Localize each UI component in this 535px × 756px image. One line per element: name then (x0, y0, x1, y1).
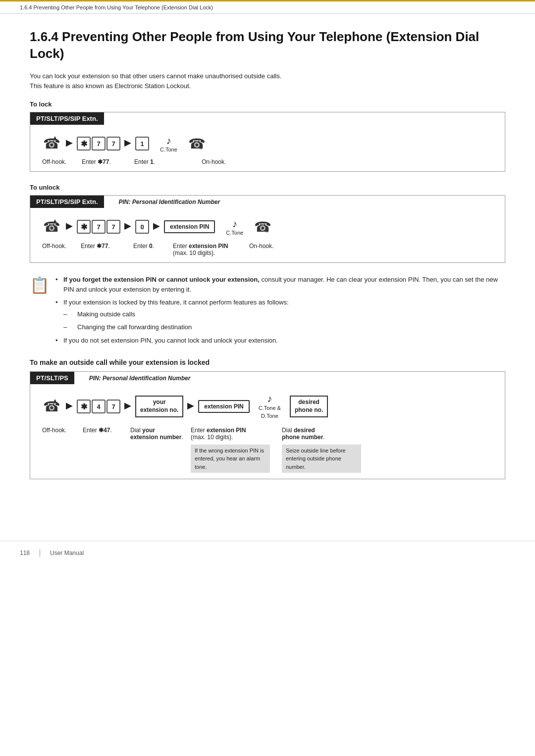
outside-label-yourext: Dial yourextension number. (130, 427, 180, 441)
outside-desired-box: desiredphone no. (290, 396, 328, 417)
unlock-step-labels: Off-hook. Enter ✱77. Enter 0. Enter exte… (42, 241, 493, 256)
top-bar: 1.6.4 Preventing Other People from Using… (0, 0, 535, 14)
bullet-list: If you forget the extension PIN or canno… (55, 275, 505, 349)
unlock-key-star: ✱ (77, 220, 91, 234)
outside-note1: If the wrong extension PIN is entered, y… (191, 445, 270, 473)
svg-text:▲: ▲ (52, 217, 58, 224)
unlock-pin-note: PIN: Personal Identification Number (104, 199, 220, 205)
to-unlock-label: To unlock (30, 184, 505, 191)
svg-text:▼: ▼ (198, 144, 204, 151)
unlock-offhook-icon: ☎ ▲ (42, 217, 62, 237)
key-7a: 7 (92, 137, 106, 151)
outside-call-title: To make an outside call while your exten… (30, 358, 505, 366)
lock-onhook-cell: ☎ ▼ (188, 134, 208, 153)
lock-key77-cell: ✱ 7 7 (77, 137, 120, 151)
lock-step-labels: Off-hook. Enter ✱77. Enter 1. On-hook. (42, 156, 493, 165)
lock-ctone-label: C.Tone (160, 147, 177, 152)
outside-note2: Seize outside line before entering outsi… (282, 445, 361, 473)
key-star: ✱ (77, 137, 91, 151)
unlock-extpin-cell: extension PIN (164, 220, 215, 233)
outside-arrow1: ▶ (66, 400, 73, 413)
outside-ctone-label: C.Tone &D.Tone (259, 404, 281, 420)
outside-extpin-cell: extension PIN (198, 400, 249, 413)
outside-desired-col: Dial desiredphone number. Seize outside … (282, 425, 361, 473)
unlock-arrow2: ▶ (124, 220, 131, 233)
unlock-label-enter0: Enter 0. (133, 243, 161, 250)
unlock-key77-cell: ✱ 7 7 (77, 220, 120, 234)
bullet-section: 📋 If you forget the extension PIN or can… (30, 275, 505, 349)
unlock-header: PT/SLT/PS/SIP Extn. (30, 196, 104, 208)
outside-arrow3: ▶ (187, 400, 194, 413)
outside-key-4: 4 (92, 400, 106, 413)
unlock-label-onhook: On-hook. (249, 243, 279, 250)
outside-label-desired: Dial desiredphone number. (282, 427, 336, 441)
unlock-ctone-label: C.Tone (226, 230, 243, 236)
outside-label-offhook: Off-hook. (42, 427, 68, 434)
page-title: 1.6.4 Preventing Other People from Using… (30, 29, 505, 62)
footer-divider (40, 549, 40, 557)
onhook-icon: ☎ ▼ (188, 134, 208, 153)
outside-offhook-cell: ☎ ▲ (42, 397, 62, 416)
unlock-arrow3: ▶ (153, 220, 160, 233)
outside-steps-visual: ☎ ▲ ▶ ✱ 4 7 ▶ yourextension no. (42, 393, 493, 420)
top-bar-text: 1.6.4 Preventing Other People from Using… (20, 4, 213, 10)
bullet-2b: Changing the call forwarding destination (63, 322, 505, 332)
lock-ctone-cell: ♪ C.Tone (160, 135, 177, 152)
arrow2: ▶ (124, 137, 131, 150)
unlock-onhook-icon: ☎ ▼ (254, 217, 274, 237)
key-1: 1 (135, 137, 149, 151)
key-7b: 7 (107, 137, 120, 151)
to-lock-label: To lock (30, 101, 505, 108)
unlock-arrow1: ▶ (66, 220, 73, 233)
bullet-2-sub: Making outside calls Changing the call f… (63, 309, 505, 332)
unlock-diagram-box: PT/SLT/PS/SIP Extn. PIN: Personal Identi… (30, 195, 505, 263)
outside-key47-cell: ✱ 4 7 (77, 400, 120, 413)
footer-page: 118 (20, 550, 30, 556)
outside-extpin-col: Enter extension PIN(max. 10 digits). If … (191, 425, 270, 473)
lock-label-offhook: Off-hook. (42, 158, 68, 165)
outside-label-star47: Enter ✱47. (83, 427, 118, 434)
bullet-3: If you do not set extension PIN, you can… (55, 336, 505, 346)
lock-steps-visual: ☎ ▲ ▶ ✱ 7 7 ▶ 1 (42, 134, 493, 153)
unlock-offhook-cell: ☎ ▲ (42, 217, 62, 237)
note-icon: 📋 (30, 276, 48, 349)
outside-key-star: ✱ (77, 400, 91, 413)
unlock-label-offhook: Off-hook. (42, 243, 68, 250)
unlock-steps-visual: ☎ ▲ ▶ ✱ 7 7 ▶ 0 ▶ ext (42, 217, 493, 237)
bullet-2: If your extension is locked by this feat… (55, 298, 505, 332)
lock-diagram-box: PT/SLT/PS/SIP Extn. ☎ ▲ ▶ ✱ 7 (30, 112, 505, 172)
outside-pin-note: PIN: Personal Identification Number (74, 375, 191, 382)
unlock-ctone-cell: ♪ C.Tone (226, 218, 243, 236)
unlock-key-7a: 7 (92, 220, 106, 234)
footer: 118 User Manual (0, 541, 535, 565)
unlock-onhook-cell: ☎ ▼ (254, 217, 274, 237)
lock-offhook-cell: ☎ ▲ (42, 134, 62, 153)
unlock-extpin-box: extension PIN (164, 220, 215, 233)
outside-step-labels: Off-hook. Enter ✱47. Dial yourextension … (42, 425, 493, 473)
bullet-1: If you forget the extension PIN or canno… (55, 275, 505, 294)
outside-ctone-cell: ♪ C.Tone &D.Tone (259, 393, 281, 420)
outside-label-extpin: Enter extension PIN(max. 10 digits). (191, 427, 250, 441)
svg-text:▲: ▲ (52, 134, 58, 141)
outside-header: PT/SLT/PS (30, 372, 74, 384)
outside-yourext-cell: yourextension no. (135, 396, 183, 417)
outside-key-7: 7 (107, 400, 120, 413)
outside-diagram-box: PT/SLT/PS PIN: Personal Identification N… (30, 371, 505, 479)
outside-offhook-icon: ☎ ▲ (42, 397, 62, 416)
lock-key1-cell: 1 (135, 137, 149, 151)
unlock-label-extpin: Enter extension PIN(max. 10 digits). (173, 243, 232, 256)
footer-manual: User Manual (50, 550, 84, 556)
bullet-2a: Making outside calls (63, 309, 505, 319)
lock-header: PT/SLT/PS/SIP Extn. (30, 112, 104, 125)
unlock-key-7b: 7 (107, 220, 120, 234)
arrow1: ▶ (66, 137, 73, 150)
outside-arrow2: ▶ (124, 400, 131, 413)
intro-text: You can lock your extension so that othe… (30, 71, 505, 92)
outside-yourext-box: yourextension no. (135, 396, 183, 417)
svg-text:▼: ▼ (264, 227, 270, 234)
unlock-key0-cell: 0 (135, 220, 149, 234)
offhook-icon: ☎ ▲ (42, 134, 62, 153)
svg-text:▲: ▲ (52, 397, 58, 404)
lock-label-enter1: Enter 1. (134, 158, 164, 165)
unlock-label-star77: Enter ✱77. (81, 243, 120, 250)
